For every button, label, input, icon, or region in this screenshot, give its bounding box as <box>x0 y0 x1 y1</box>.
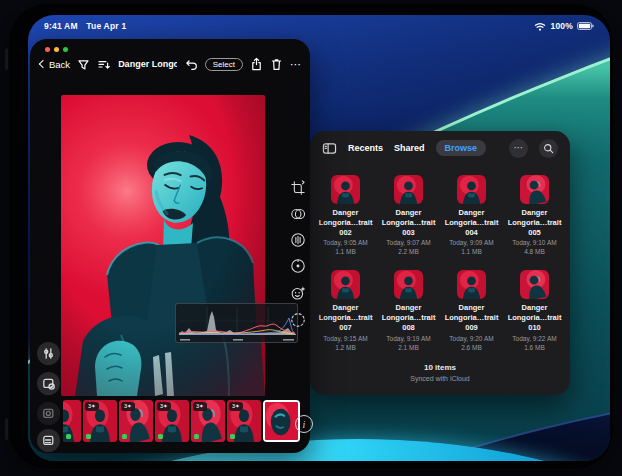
edited-dot <box>230 434 235 439</box>
edited-dot <box>66 434 71 439</box>
file-name-2: Longoria…trait 004 <box>440 218 503 238</box>
file-thumbnail <box>331 175 360 204</box>
edits-badge-button[interactable] <box>37 372 60 395</box>
photo-settings-icon <box>42 377 55 390</box>
filmstrip-thumb[interactable]: 3✦ <box>155 400 189 442</box>
window-controls[interactable] <box>45 47 68 52</box>
battery-icon <box>577 22 594 30</box>
zoom-window-icon[interactable] <box>63 47 68 52</box>
tab-shared[interactable]: Shared <box>394 143 425 153</box>
editor-more-button[interactable]: ⋯ <box>290 59 302 70</box>
photo-canvas[interactable] <box>61 95 265 396</box>
chevron-left-icon <box>39 60 47 68</box>
file-thumbnail <box>331 270 360 299</box>
window-title: Danger Longo… <box>118 59 177 69</box>
status-time: 9:41 AM <box>44 21 78 31</box>
adjust-tool-button[interactable] <box>287 229 309 251</box>
share-icon[interactable] <box>250 57 263 71</box>
battery-percent: 100% <box>550 21 573 31</box>
crop-tool-button[interactable] <box>287 177 309 199</box>
file-thumbnail <box>457 270 486 299</box>
filter-icon[interactable] <box>77 58 90 71</box>
file-card[interactable]: DangerLongoria…trait 004 Today, 9:09 AM1… <box>440 175 503 256</box>
rating-badge: 3✦ <box>157 402 171 411</box>
file-thumbnail <box>520 175 549 204</box>
file-size: 2.6 MB <box>440 343 503 352</box>
select-button[interactable]: Select <box>205 58 243 71</box>
file-name-2: Longoria…trait 002 <box>314 218 377 238</box>
files-more-button[interactable]: ⋯ <box>509 139 528 158</box>
file-date: Today, 9:22 AM <box>503 334 566 343</box>
file-date: Today, 9:20 AM <box>440 334 503 343</box>
file-card[interactable]: DangerLongoria…trait 008 Today, 9:19 AM2… <box>377 270 440 351</box>
edited-dot <box>158 434 163 439</box>
back-label: Back <box>49 59 70 70</box>
browser-button[interactable] <box>37 429 60 452</box>
rating-badge: 3✦ <box>121 402 135 411</box>
filmstrip-thumb[interactable]: 3✦ <box>227 400 261 442</box>
gallery-icon <box>42 434 55 447</box>
status-date: Tue Apr 1 <box>86 21 126 31</box>
file-card[interactable]: DangerLongoria…trait 009 Today, 9:20 AM2… <box>440 270 503 351</box>
file-name: Danger <box>440 208 503 218</box>
file-size: 1.2 MB <box>314 343 377 352</box>
sync-status: Synced with iCloud <box>310 375 570 382</box>
file-date: Today, 9:09 AM <box>440 238 503 247</box>
tab-browse[interactable]: Browse <box>436 140 487 156</box>
files-footer: 10 items Synced with iCloud <box>310 363 570 382</box>
retouch-sparkle-icon <box>289 284 307 302</box>
retouch-tool-button[interactable] <box>287 282 309 304</box>
edited-dot <box>86 434 91 439</box>
sidebar-toggle-icon[interactable] <box>322 142 337 155</box>
filmstrip-thumb[interactable]: 3✦ <box>119 400 153 442</box>
files-grid: DangerLongoria…trait 002 Today, 9:05 AM1… <box>310 175 570 352</box>
file-card[interactable]: DangerLongoria…trait 007 Today, 9:15 AM1… <box>314 270 377 351</box>
back-button[interactable]: Back <box>40 59 70 70</box>
filmstrip-thumb[interactable] <box>63 400 81 442</box>
editor-toolbar: Back Danger Longo… Select <box>40 54 302 74</box>
minimize-window-icon[interactable] <box>54 47 59 52</box>
info-button[interactable]: i <box>295 415 313 433</box>
file-card[interactable]: DangerLongoria…trait 010 Today, 9:22 AM1… <box>503 270 566 351</box>
versions-button[interactable] <box>37 402 60 425</box>
histogram-chart <box>176 304 298 343</box>
white-balance-tool-button[interactable] <box>287 255 309 277</box>
file-name-2: Longoria…trait 005 <box>503 218 566 238</box>
undo-icon[interactable] <box>184 58 198 71</box>
file-card[interactable]: DangerLongoria…trait 003 Today, 9:07 AM2… <box>377 175 440 256</box>
file-name-2: Longoria…trait 008 <box>377 313 440 333</box>
photo-editor-window: Back Danger Longo… Select <box>30 39 310 453</box>
files-search-button[interactable] <box>539 139 558 158</box>
select-subject-tool-button[interactable] <box>287 309 309 331</box>
file-size: 2.1 MB <box>377 343 440 352</box>
file-size: 2.2 MB <box>377 247 440 256</box>
ipad-device: 9:41 AM Tue Apr 1 100% <box>8 3 614 470</box>
filmstrip: 3✦ 3✦ 3✦ 3✦ <box>63 400 300 442</box>
edited-dot <box>122 434 127 439</box>
rating-badge: 3✦ <box>229 402 243 411</box>
volume-button <box>5 48 8 70</box>
file-name-2: Longoria…trait 010 <box>503 313 566 333</box>
file-card[interactable]: DangerLongoria…trait 002 Today, 9:05 AM1… <box>314 175 377 256</box>
close-window-icon[interactable] <box>45 47 50 52</box>
file-name: Danger <box>503 303 566 313</box>
more-icon: ⋯ <box>514 143 524 153</box>
tab-recents[interactable]: Recents <box>348 143 383 153</box>
file-size: 1.1 MB <box>440 247 503 256</box>
filters-icon <box>289 205 307 223</box>
file-thumbnail <box>394 175 423 204</box>
trash-icon[interactable] <box>270 57 283 71</box>
dashed-circle-icon <box>289 311 307 329</box>
filmstrip-thumb[interactable]: 3✦ <box>83 400 117 442</box>
histogram-panel <box>175 303 298 343</box>
file-name: Danger <box>503 208 566 218</box>
file-thumbnail <box>394 270 423 299</box>
sort-icon[interactable] <box>97 58 111 71</box>
filmstrip-thumb[interactable]: 3✦ <box>191 400 225 442</box>
file-date: Today, 9:07 AM <box>377 238 440 247</box>
filters-tool-button[interactable] <box>287 203 309 225</box>
adjustments-button[interactable] <box>37 342 60 365</box>
file-size: 4.8 MB <box>503 247 566 256</box>
file-card[interactable]: DangerLongoria…trait 005 Today, 9:10 AM4… <box>503 175 566 256</box>
status-time-date: 9:41 AM Tue Apr 1 <box>44 21 132 31</box>
